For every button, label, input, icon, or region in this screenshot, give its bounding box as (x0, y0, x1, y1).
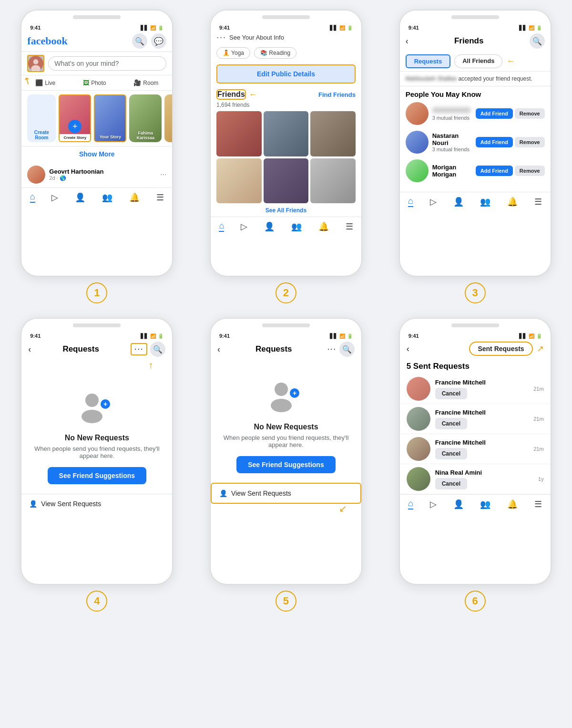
three-dots-menu-4[interactable]: ··· (131, 343, 147, 355)
photo-label: Photo (91, 80, 106, 86)
friend-img-3 (310, 111, 356, 156)
nav-groups[interactable]: 👥 (102, 192, 112, 203)
add-friend-3[interactable]: Add Friend (476, 166, 513, 176)
svg-point-1 (33, 59, 39, 64)
nav6-home[interactable]: ⌂ (408, 499, 413, 510)
cancel-btn-1[interactable]: Cancel (435, 388, 467, 399)
time-2: 9:41 (219, 25, 230, 31)
edit-public-button[interactable]: Edit Public Details (216, 64, 356, 83)
live-button[interactable]: ⬛ Live (31, 77, 59, 88)
phone-screen-6: 9:41 ▋▋ 📶 🔋 ‹ Sent Requests ↗ 5 Sent Req… (399, 318, 552, 585)
nav6-video[interactable]: ▷ (430, 499, 437, 510)
user-avatar[interactable] (27, 55, 44, 72)
nav2-menu[interactable]: ☰ (346, 221, 353, 232)
svg-point-4 (82, 410, 102, 423)
story-card-4[interactable]: Mahm... (164, 94, 172, 142)
suggestions-btn-4[interactable]: See Friend Suggestions (48, 467, 146, 484)
add-friend-2[interactable]: Add Friend (476, 137, 513, 147)
cancel-btn-3[interactable]: Cancel (435, 448, 467, 459)
nav-home[interactable]: ⌂ (30, 192, 35, 203)
see-about-text: See Your About Info (229, 34, 284, 41)
tab-all-friends[interactable]: All Friends (454, 54, 502, 68)
view-sent-5[interactable]: 👤 View Sent Requests (211, 483, 361, 504)
step-number-3: 3 (465, 282, 486, 303)
back-button-5[interactable]: ‹ (217, 344, 220, 354)
header-icons: 🔍 💬 (132, 33, 166, 49)
search-button[interactable]: 🔍 (132, 33, 147, 49)
nav3-home[interactable]: ⌂ (408, 196, 413, 207)
remove-1[interactable]: Remove (515, 108, 545, 119)
add-friend-1[interactable]: Add Friend (476, 108, 513, 119)
search-button-4[interactable]: 🔍 (150, 342, 165, 357)
nav2-video[interactable]: ▷ (241, 221, 247, 232)
nav3-menu[interactable]: ☰ (534, 197, 542, 207)
search-button-3[interactable]: 🔍 (530, 33, 545, 49)
empty-desc-4: When people send you friend requests, th… (31, 445, 163, 459)
room-button[interactable]: 🎥 Room (130, 77, 162, 88)
nav3-groups[interactable]: 👥 (480, 197, 490, 207)
status-bar-3: 9:41 ▋▋ 📶 🔋 (400, 24, 551, 31)
header-actions-4: ··· 🔍 (131, 342, 165, 357)
cancel-btn-4[interactable]: Cancel (435, 478, 467, 489)
sent-info-3: Francine Mitchell Cancel (435, 439, 529, 459)
person-name-2: Nastaran Nouri (432, 132, 472, 146)
nav3-profile[interactable]: 👤 (453, 197, 464, 207)
wifi-6-icon: 📶 (529, 333, 534, 339)
time-4: 9:41 (30, 333, 41, 339)
suggestions-btn-5[interactable]: See Friend Suggestions (236, 456, 335, 473)
nav-menu[interactable]: ☰ (156, 192, 164, 203)
story-card-1[interactable]: + Create Story (59, 94, 91, 142)
back-button-3[interactable]: ‹ (406, 36, 409, 46)
story-card-3[interactable]: Fahima Karissaa (129, 94, 162, 142)
search-button-5[interactable]: 🔍 (339, 342, 355, 357)
three-dots-icon[interactable]: ··· (216, 32, 226, 42)
nav-video[interactable]: ▷ (51, 192, 58, 203)
nav6-menu[interactable]: ☰ (534, 499, 542, 510)
notch-5 (211, 319, 361, 332)
nav3-bell[interactable]: 🔔 (507, 197, 518, 207)
nav6-profile[interactable]: 👤 (453, 499, 464, 510)
stories-row: Create Room + Create Story Your Story Fa… (21, 91, 172, 146)
nav-bell[interactable]: 🔔 (129, 192, 140, 203)
cancel-btn-2[interactable]: Cancel (435, 418, 467, 429)
friend-img-4 (216, 158, 262, 204)
signal-6: ▋▋ 📶 🔋 (519, 333, 542, 339)
battery-2-icon: 🔋 (347, 25, 353, 31)
tab-requests[interactable]: Requests (406, 54, 451, 68)
find-friends-link[interactable]: Find Friends (318, 91, 356, 98)
reading-tag[interactable]: 📚 Reading (254, 47, 296, 59)
three-dots-5[interactable]: ··· (327, 345, 337, 354)
photo-button[interactable]: 🖼 Photo (79, 77, 110, 88)
nav2-groups[interactable]: 👥 (291, 221, 302, 232)
facebook-logo: facebook (27, 35, 67, 47)
friends-tabs: Requests All Friends ← (400, 52, 551, 72)
nav2-bell[interactable]: 🔔 (318, 221, 329, 232)
status-bar-2: 9:41 ▋▋ 📶 🔋 (211, 24, 361, 31)
story-card-2[interactable]: Your Story (94, 94, 126, 142)
back-button-4[interactable]: ‹ (28, 344, 31, 354)
view-sent-4[interactable]: 👤 View Sent Requests (21, 494, 172, 513)
remove-3[interactable]: Remove (515, 166, 545, 176)
what-on-mind-input[interactable]: What's on your mind? (48, 56, 166, 71)
nav2-profile[interactable]: 👤 (264, 221, 275, 232)
show-more-button[interactable]: Show More (21, 146, 172, 162)
friends-page-header: ‹ Friends 🔍 (400, 31, 551, 52)
battery-5-icon: 🔋 (347, 333, 353, 339)
messenger-button[interactable]: 💬 (151, 33, 166, 49)
remove-2[interactable]: Remove (515, 137, 545, 147)
more-icon[interactable]: ··· (160, 170, 166, 179)
battery-6-icon: 🔋 (536, 333, 542, 339)
nav6-groups[interactable]: 👥 (480, 499, 490, 510)
nav6-bell[interactable]: 🔔 (507, 499, 518, 510)
nav-profile[interactable]: 👤 (75, 192, 85, 203)
nav3-video[interactable]: ▷ (430, 197, 437, 207)
signal-3: ▋▋ 📶 🔋 (519, 25, 542, 31)
see-all-friends[interactable]: See All Friends (216, 207, 356, 214)
battery-4-icon: 🔋 (158, 333, 163, 339)
yoga-tag[interactable]: 🧘 Yoga (216, 47, 250, 59)
sent-requests-tab[interactable]: Sent Requests (469, 342, 532, 356)
create-room-card[interactable]: Create Room (27, 94, 56, 142)
back-button-6[interactable]: ‹ (407, 344, 409, 354)
nav2-home[interactable]: ⌂ (219, 221, 224, 232)
requests-title-5: Requests (255, 344, 292, 354)
